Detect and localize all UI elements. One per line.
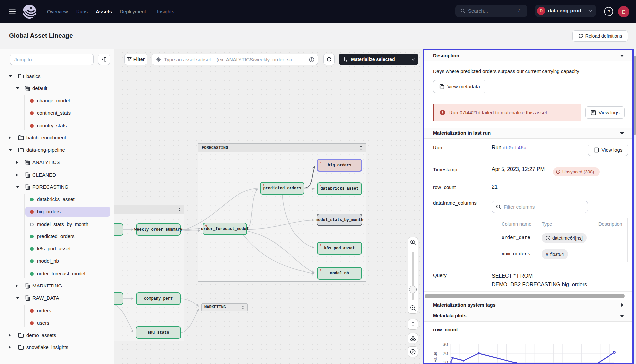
- svg-text:20: 20: [443, 351, 448, 356]
- svg-text:30: 30: [443, 342, 448, 347]
- svg-text:10: 10: [443, 360, 448, 363]
- svg-text:Value: Value: [433, 352, 438, 362]
- svg-text:?: ?: [607, 9, 610, 14]
